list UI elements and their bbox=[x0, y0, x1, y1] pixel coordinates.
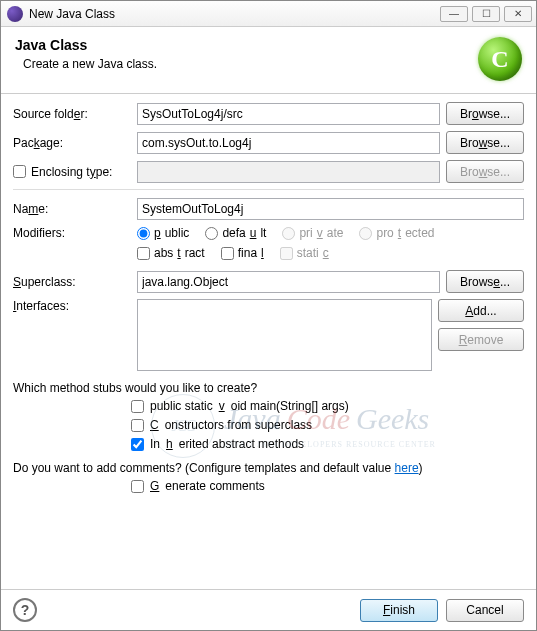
cancel-button[interactable]: Cancel bbox=[446, 599, 524, 622]
radio-protected bbox=[359, 227, 372, 240]
method-stubs-question: Which method stubs would you like to cre… bbox=[13, 381, 524, 395]
enclosing-type-checkbox[interactable] bbox=[13, 165, 26, 178]
interfaces-row: Interfaces: Add... Remove bbox=[13, 299, 524, 371]
modifier-protected: protected bbox=[359, 226, 434, 240]
minimize-button[interactable]: — bbox=[440, 6, 468, 22]
package-label: Package: bbox=[13, 136, 131, 150]
superclass-row: Superclass: Browse... bbox=[13, 270, 524, 293]
modifier-private: private bbox=[282, 226, 343, 240]
window-title: New Java Class bbox=[29, 7, 436, 21]
radio-private bbox=[282, 227, 295, 240]
class-wizard-icon: C bbox=[478, 37, 522, 81]
browse-package-button[interactable]: Browse... bbox=[446, 131, 524, 154]
check-generate-comments[interactable] bbox=[131, 480, 144, 493]
title-bar: New Java Class — ☐ ✕ bbox=[1, 1, 536, 27]
remove-interface-button: Remove bbox=[438, 328, 524, 351]
maximize-button[interactable]: ☐ bbox=[472, 6, 500, 22]
superclass-label: Superclass: bbox=[13, 275, 131, 289]
dialog-window: New Java Class — ☐ ✕ Java Class Create a… bbox=[0, 0, 537, 631]
close-button[interactable]: ✕ bbox=[504, 6, 532, 22]
stub-main[interactable]: public static void main(String[] args) bbox=[131, 399, 524, 413]
configure-templates-link[interactable]: here bbox=[395, 461, 419, 475]
source-folder-label: Source folder: bbox=[13, 107, 131, 121]
check-abstract[interactable] bbox=[137, 247, 150, 260]
name-row: Name: bbox=[13, 198, 524, 220]
app-icon bbox=[7, 6, 23, 22]
enclosing-type-input bbox=[137, 161, 440, 183]
separator-1 bbox=[13, 189, 524, 190]
source-folder-row: Source folder: Browse... bbox=[13, 102, 524, 125]
source-folder-input[interactable] bbox=[137, 103, 440, 125]
banner-subtitle: Create a new Java class. bbox=[15, 57, 478, 71]
banner-heading: Java Class bbox=[15, 37, 478, 53]
enclosing-type-row: Enclosing type: Browse... bbox=[13, 160, 524, 183]
modifier-default[interactable]: default bbox=[205, 226, 266, 240]
comments-question: Do you want to add comments? (Configure … bbox=[13, 461, 524, 475]
stub-constructors[interactable]: Constructors from superclass bbox=[131, 418, 524, 432]
name-input[interactable] bbox=[137, 198, 524, 220]
browse-superclass-button[interactable]: Browse... bbox=[446, 270, 524, 293]
check-inherited[interactable] bbox=[131, 438, 144, 451]
modifiers-row-1: Modifiers: public default private protec… bbox=[13, 226, 524, 240]
add-interface-button[interactable]: Add... bbox=[438, 299, 524, 322]
generate-comments[interactable]: Generate comments bbox=[131, 479, 524, 493]
wizard-banner: Java Class Create a new Java class. C bbox=[1, 27, 536, 94]
modifier-final[interactable]: final bbox=[221, 246, 264, 260]
browse-source-folder-button[interactable]: Browse... bbox=[446, 102, 524, 125]
modifiers-label: Modifiers: bbox=[13, 226, 131, 240]
modifiers-row-2: abstract final static bbox=[13, 246, 524, 260]
name-label: Name: bbox=[13, 202, 131, 216]
modifier-abstract[interactable]: abstract bbox=[137, 246, 205, 260]
finish-button[interactable]: Finish bbox=[360, 599, 438, 622]
stub-inherited[interactable]: Inherited abstract methods bbox=[131, 437, 524, 451]
browse-enclosing-button: Browse... bbox=[446, 160, 524, 183]
check-static bbox=[280, 247, 293, 260]
form-body: Java Code Geeks Java 2 Java Developers R… bbox=[1, 94, 536, 589]
check-final[interactable] bbox=[221, 247, 234, 260]
package-input[interactable] bbox=[137, 132, 440, 154]
radio-default[interactable] bbox=[205, 227, 218, 240]
modifier-public[interactable]: public bbox=[137, 226, 189, 240]
interfaces-label: Interfaces: bbox=[13, 299, 131, 313]
package-row: Package: Browse... bbox=[13, 131, 524, 154]
interfaces-listbox[interactable] bbox=[137, 299, 432, 371]
radio-public[interactable] bbox=[137, 227, 150, 240]
dialog-footer: ? Finish Cancel bbox=[1, 589, 536, 630]
check-main[interactable] bbox=[131, 400, 144, 413]
superclass-input[interactable] bbox=[137, 271, 440, 293]
check-constructors[interactable] bbox=[131, 419, 144, 432]
enclosing-type-check-label[interactable]: Enclosing type: bbox=[13, 165, 131, 179]
modifier-static: static bbox=[280, 246, 329, 260]
help-icon[interactable]: ? bbox=[13, 598, 37, 622]
